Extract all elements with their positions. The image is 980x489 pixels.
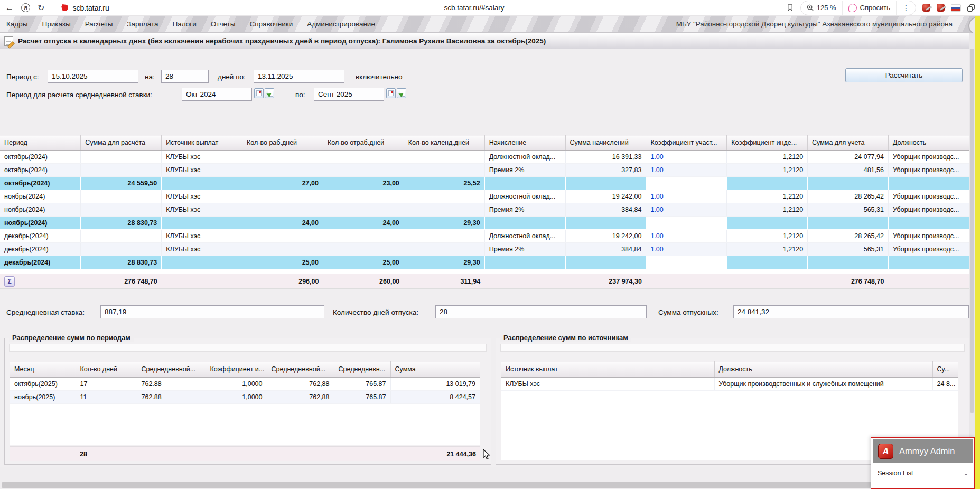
- table-cell: 1,2120: [727, 230, 808, 243]
- table-cell: КЛУБЫ хэс: [162, 230, 242, 243]
- table-cell: [81, 243, 162, 256]
- column-header[interactable]: Сумма для расчёта: [81, 135, 162, 151]
- column-header[interactable]: Источник выплат: [162, 135, 242, 151]
- table-cell: Уборщик производс...: [888, 203, 969, 217]
- column-header[interactable]: Должность: [714, 361, 932, 378]
- table-cell: [81, 164, 162, 177]
- table-cell: [404, 203, 484, 217]
- menu-item-nalogi[interactable]: Налоги: [172, 20, 196, 28]
- column-header[interactable]: Су...: [932, 361, 958, 378]
- table-row[interactable]: ноябрь(2025)11762.881,0000762,88765.878 …: [10, 391, 480, 404]
- yandex-icon[interactable]: Я: [21, 3, 30, 12]
- table-row[interactable]: КЛУБЫ хэсУборщик производственных и служ…: [501, 378, 958, 391]
- vertical-scrollbar[interactable]: [969, 33, 975, 489]
- column-header[interactable]: Коэффициент инде...: [727, 135, 808, 151]
- ammyy-session-list-item[interactable]: Session List ⌄: [871, 463, 974, 477]
- column-header[interactable]: Кол-во дней: [76, 361, 137, 378]
- calendar-icon[interactable]: [254, 88, 264, 98]
- table-cell: [888, 256, 969, 269]
- menu-item-spravochniki[interactable]: Справочники: [249, 20, 293, 28]
- avg-rate-input[interactable]: [100, 305, 324, 318]
- table-cell: [646, 217, 727, 230]
- table-cell: [808, 217, 889, 230]
- table-cell: Уборщик производственных и служебных пом…: [714, 378, 932, 391]
- column-header[interactable]: Сумма: [390, 361, 480, 378]
- vacation-sum-input[interactable]: [733, 305, 969, 318]
- table-cell: [323, 243, 404, 256]
- table-row[interactable]: ноябрь(2024)КЛУБЫ хэсПремия 2%384,841.00…: [0, 203, 969, 217]
- column-header[interactable]: Коэффициент участ...: [646, 135, 727, 151]
- table-row[interactable]: декабрь(2024)28 830,7325,0025,0029,30: [0, 256, 969, 269]
- table-cell: [323, 151, 404, 164]
- column-header[interactable]: Кол-во отраб.дней: [323, 135, 404, 151]
- vertical-scrollbar-thumb[interactable]: [970, 49, 974, 413]
- table-cell: 765.87: [334, 378, 390, 391]
- table-cell: 16 391,33: [565, 151, 646, 164]
- menu-item-administrirovanie[interactable]: Администрирование: [307, 20, 375, 28]
- browser-menu-icon[interactable]: ⋮: [896, 1, 916, 15]
- table-cell: 1.00: [646, 230, 727, 243]
- column-header[interactable]: Период: [0, 135, 81, 151]
- table-cell: [404, 243, 484, 256]
- table-cell: [242, 164, 323, 177]
- column-header[interactable]: Среднедневной...: [137, 361, 206, 378]
- calculate-button[interactable]: Рассчитать: [845, 68, 963, 82]
- column-header[interactable]: Источник выплат: [501, 361, 714, 378]
- column-header[interactable]: Кол-во раб.дней: [242, 135, 323, 151]
- menu-item-kadry[interactable]: Кадры: [6, 20, 27, 28]
- apply-period-icon-2[interactable]: [397, 88, 406, 98]
- table-row[interactable]: декабрь(2024)КЛУБЫ хэсДолжностной оклад.…: [0, 230, 969, 243]
- table-row[interactable]: ноябрь(2024)28 830,7324,0024,0029,30: [0, 217, 969, 230]
- column-header[interactable]: Коэффициент и...: [206, 361, 267, 378]
- table-cell: 276 748,70: [808, 274, 889, 289]
- column-header[interactable]: Месяц: [10, 361, 76, 378]
- menu-item-prikazy[interactable]: Приказы: [42, 20, 70, 28]
- column-header[interactable]: Сумма начислений: [565, 135, 646, 151]
- table-cell: 23,00: [323, 177, 404, 190]
- table-row[interactable]: ноябрь(2024)КЛУБЫ хэсДолжностной оклад..…: [0, 190, 969, 203]
- menu-item-zarplata[interactable]: Зарплата: [127, 20, 158, 28]
- table-row[interactable]: октябрь(2024)24 559,5027,0023,0025,52: [0, 177, 969, 190]
- address-chip[interactable]: scb.tatar.ru: [61, 4, 109, 12]
- tab-panel-icon[interactable]: [967, 4, 975, 12]
- table-cell: [646, 274, 727, 289]
- column-header[interactable]: Сумма для учета: [808, 135, 889, 151]
- table-cell: октябрь(2025): [10, 378, 76, 391]
- column-header[interactable]: Начисление: [484, 135, 565, 151]
- period-to-input[interactable]: [254, 70, 344, 83]
- column-header[interactable]: Среднедневн...: [334, 361, 390, 378]
- extension-seal-icon[interactable]: [922, 4, 930, 12]
- zoom-level-button[interactable]: 125 %: [801, 1, 842, 15]
- extension-seal-icon-2[interactable]: [937, 4, 945, 12]
- table-row[interactable]: октябрь(2024)КЛУБЫ хэсДолжностной оклад.…: [0, 151, 969, 164]
- column-header[interactable]: Должность: [888, 135, 969, 151]
- horizontal-scrollbar[interactable]: [2, 482, 968, 488]
- bookmark-icon[interactable]: [786, 4, 794, 12]
- app-menu-bar: КадрыПриказыРасчетыЗарплатаНалогиОтчетыС…: [0, 16, 980, 33]
- apply-period-icon[interactable]: [265, 88, 274, 98]
- table-cell: [162, 256, 242, 269]
- vacation-days-input[interactable]: [435, 305, 647, 318]
- menu-item-otchety[interactable]: Отчеты: [211, 20, 236, 28]
- column-header[interactable]: Среднедневной...: [267, 361, 334, 378]
- column-header[interactable]: Кол-во календ.дней: [404, 135, 484, 151]
- period-from-input[interactable]: [48, 70, 138, 83]
- ammyy-title-bar[interactable]: A Ammyy Admin: [873, 439, 973, 463]
- avg-from-input[interactable]: [182, 88, 252, 101]
- table-row[interactable]: октябрь(2024)КЛУБЫ хэсПремия 2%327,831.0…: [0, 164, 969, 177]
- ask-alice-button[interactable]: Спросить: [842, 1, 896, 15]
- reload-icon[interactable]: ↻: [38, 4, 44, 12]
- table-cell: КЛУБЫ хэс: [501, 378, 714, 391]
- table-row[interactable]: октябрь(2025)17762.881,0000762,88765.871…: [10, 378, 480, 391]
- avg-to-input[interactable]: [314, 88, 384, 101]
- periods-grid: МесяцКол-во днейСреднедневной...Коэффици…: [10, 361, 480, 445]
- table-cell: [404, 151, 484, 164]
- table-cell: ноябрь(2024): [0, 190, 81, 203]
- calendar-icon-2[interactable]: [386, 88, 396, 98]
- table-row[interactable]: декабрь(2024)КЛУБЫ хэсПремия 2%384,841.0…: [0, 243, 969, 256]
- menu-item-raschety[interactable]: Расчеты: [85, 20, 113, 28]
- days-count-input[interactable]: [161, 70, 209, 83]
- back-icon[interactable]: ←: [5, 4, 14, 12]
- sum-sigma-button[interactable]: Σ: [4, 276, 15, 287]
- russian-flag-icon[interactable]: [951, 4, 961, 12]
